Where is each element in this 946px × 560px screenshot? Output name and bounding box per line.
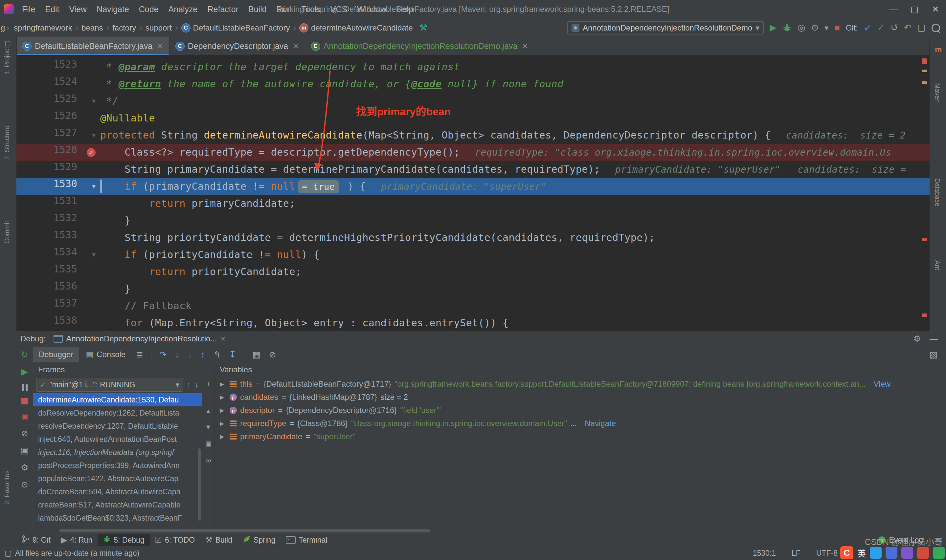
stop-button[interactable]: ■ [834, 23, 840, 32]
mute-breakpoints-icon[interactable]: ⊘ [21, 428, 28, 438]
close-button[interactable]: ✕ [925, 4, 946, 14]
thread-selector[interactable]: ✓ "main"@1 i...": RUNNING ▾ [36, 378, 183, 392]
gutter[interactable]: 1528✓ [17, 144, 100, 161]
tab-debugger[interactable]: Debugger [33, 347, 79, 362]
profiler-button[interactable]: ⊙ [811, 23, 819, 32]
stack-frame[interactable]: populateBean:1422, AbstractAutowireCap [33, 472, 202, 485]
stack-frame[interactable]: inject:640, AutowiredAnnotationBeanPost [33, 432, 202, 446]
git-rollback-button[interactable]: ↶ [904, 23, 912, 32]
step-over-icon[interactable]: ↷ [156, 349, 171, 360]
tray-icon[interactable] [901, 547, 913, 559]
gutter[interactable]: 1522 [17, 55, 100, 58]
error-stripe-mark[interactable] [922, 58, 927, 64]
gutter[interactable]: 1530▾ [17, 178, 100, 195]
variable-link[interactable]: View [874, 380, 891, 389]
gutter[interactable]: 1531 [17, 195, 100, 212]
breadcrumb-item[interactable]: factory [110, 22, 138, 34]
stack-frame[interactable]: doResolveDependency:1262, DefaultLista [33, 406, 202, 420]
tool-window-button-1-project[interactable]: 1: Project [3, 47, 11, 74]
thread-dump-icon[interactable]: ▣ [21, 445, 29, 455]
csdn-logo-icon[interactable]: C [840, 546, 854, 559]
hide-panel-icon[interactable]: — [929, 334, 938, 344]
gear-icon[interactable]: ⚙ [914, 334, 921, 344]
breadcrumb-item[interactable]: CDefaultListableBeanFactory [179, 22, 292, 34]
tool-window-button-7-structure[interactable]: 7: Structure [3, 126, 11, 160]
menu-refactor[interactable]: Refactor [203, 5, 243, 14]
maven-icon[interactable]: m [935, 45, 942, 54]
stack-frame[interactable]: inject:116, InjectionMetadata (org.sprin… [33, 446, 202, 459]
layout-menu-icon[interactable]: ≣ [132, 349, 147, 360]
code-editor[interactable]: 1522 * that match the required type, as … [17, 55, 929, 331]
close-icon[interactable]: ✕ [293, 42, 299, 51]
tool-window-button-5-debug[interactable]: 5: Debug [97, 534, 149, 546]
tool-window-button-9-git[interactable]: 9: Git [17, 534, 56, 546]
error-stripe-mark[interactable] [922, 314, 927, 317]
warning-stripe-mark[interactable] [922, 82, 927, 84]
stop-icon[interactable] [22, 398, 28, 405]
drop-frame-icon[interactable]: ↰ [210, 349, 225, 360]
tray-icon[interactable] [933, 547, 945, 559]
close-icon[interactable]: ✕ [522, 42, 528, 51]
fold-icon[interactable]: ▾ [92, 178, 96, 195]
close-icon[interactable]: ✕ [157, 42, 163, 51]
menu-edit[interactable]: Edit [40, 5, 64, 14]
breadcrumb-item[interactable]: support [143, 22, 174, 34]
add-watch-icon[interactable]: + [206, 379, 211, 389]
debug-session-tab[interactable]: AnnotationDependencyInjectionResolutio..… [49, 331, 230, 346]
menu-code[interactable]: Code [134, 5, 163, 14]
prev-frame-icon[interactable]: ↑ [187, 380, 191, 389]
expand-icon[interactable]: ▶ [220, 407, 226, 414]
next-frame-icon[interactable]: ↓ [195, 380, 199, 389]
horizontal-scrollbar[interactable] [59, 529, 430, 532]
evaluate-expression-icon[interactable]: ▦ [248, 349, 264, 360]
expand-icon[interactable]: ▶ [220, 420, 226, 427]
stack-frame[interactable]: postProcessProperties:399, AutowiredAnn [33, 459, 202, 472]
force-step-into-icon[interactable]: ↓ [184, 349, 196, 360]
gutter[interactable]: 1525▾ [17, 92, 100, 110]
tool-window-button-maven[interactable]: Maven [934, 83, 941, 103]
pin-icon[interactable]: ⊙ [21, 480, 28, 490]
fold-icon[interactable]: ▾ [92, 92, 96, 110]
rerun-icon[interactable]: ↻ [21, 349, 28, 360]
fold-icon[interactable]: ▾ [92, 246, 96, 263]
minimize-button[interactable]: — [883, 4, 904, 14]
tool-window-button-commit[interactable]: Commit [3, 221, 11, 243]
gutter[interactable]: 1538 [17, 314, 100, 331]
editor-tab[interactable]: CDependencyDescriptor.java✕ [169, 37, 305, 55]
variable-row[interactable]: ▶primaryCandidate = "superUser" [214, 430, 946, 443]
variable-row[interactable]: ▶this = {DefaultListableBeanFactory@1717… [214, 377, 946, 391]
restore-layout-icon[interactable]: ▧ [925, 349, 941, 360]
gutter[interactable]: 1523 [17, 58, 100, 75]
fold-icon[interactable]: ▾ [92, 127, 96, 144]
step-out-icon[interactable]: ↑ [197, 349, 209, 360]
run-configuration-select[interactable]: AnnotationDependencyInjectionResolutionD… [567, 22, 764, 34]
menu-file[interactable]: File [17, 5, 40, 14]
gutter[interactable]: 1533 [17, 229, 100, 246]
breadcrumb-item[interactable]: springframework [12, 22, 74, 34]
run-to-cursor-icon[interactable]: ↧ [225, 349, 240, 360]
stack-frame[interactable]: lambda$doGetBean$0:323, AbstractBeanF [33, 511, 202, 525]
tool-window-button-spring[interactable]: Spring [237, 534, 280, 546]
editor-tab[interactable]: CDefaultListableBeanFactory.java✕ [17, 37, 169, 55]
run-button[interactable]: ▶ [770, 23, 777, 32]
error-stripe-mark[interactable] [922, 238, 927, 241]
tray-icon[interactable] [886, 547, 897, 559]
tool-window-button-favorites[interactable]: 2: Favorites [3, 471, 11, 505]
gutter[interactable]: 1529 [17, 161, 100, 178]
caret-position[interactable]: 1530:1 [753, 549, 776, 558]
expand-icon[interactable]: ▶ [220, 433, 226, 440]
tool-window-button-4-run[interactable]: ▶4: Run [56, 534, 97, 546]
stack-frame[interactable]: createBean:517, AbstractAutowireCapable [33, 498, 202, 511]
stack-frame[interactable]: doCreateBean:594, AbstractAutowireCapa [33, 485, 202, 498]
gutter[interactable]: 1532 [17, 212, 100, 229]
warning-stripe-mark[interactable] [922, 69, 927, 72]
stack-frame[interactable]: determineAutowireCandidate:1530, Defau [33, 393, 202, 406]
mute-breakpoints-icon[interactable]: ⊘ [265, 349, 280, 360]
frames-scrollbar[interactable] [198, 448, 201, 521]
variable-row[interactable]: ▶pcandidates = {LinkedHashMap@1787} size… [214, 391, 946, 404]
gutter[interactable]: 1526 [17, 110, 100, 127]
menu-view[interactable]: View [64, 5, 92, 14]
debug-button[interactable] [783, 23, 792, 32]
tray-icon[interactable] [870, 547, 881, 559]
expand-icon[interactable]: ▶ [220, 394, 226, 401]
